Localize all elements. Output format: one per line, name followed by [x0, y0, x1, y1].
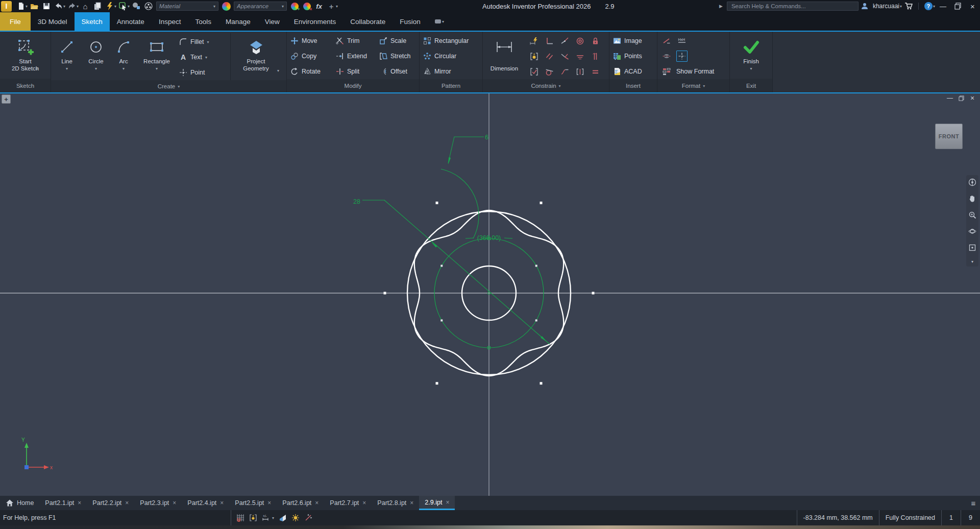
undo-caret[interactable]: ▾ [63, 4, 65, 9]
navigation-wheel-icon[interactable] [968, 178, 977, 187]
horizontal-constraint-button[interactable] [576, 52, 584, 61]
qat-customize-caret[interactable]: ▾ [336, 4, 338, 9]
construction-toggle[interactable] [661, 35, 672, 46]
doc-restore-button[interactable] [955, 93, 967, 103]
fillet-button[interactable]: Fillet▾ [177, 34, 230, 50]
doc-tab-part2-8[interactable]: Part2.8.ipt× [372, 496, 419, 510]
doc-tab-part2-6[interactable]: Part2.6.ipt× [277, 496, 324, 510]
close-tab-icon[interactable]: × [173, 499, 176, 507]
sketch-point[interactable] [436, 382, 438, 384]
text-caret[interactable]: ▾ [205, 55, 207, 60]
appearance-combo[interactable]: Appearance▾ [234, 2, 287, 11]
viewcube-front-face[interactable]: FRONT [939, 133, 959, 139]
auto-dimension-button[interactable] [530, 37, 538, 45]
user-menu-caret[interactable]: ▾ [900, 4, 902, 9]
dimension-text-6[interactable]: 6 [485, 134, 488, 141]
parallel-constraint-button[interactable] [545, 52, 554, 61]
trim-button[interactable]: Trim [334, 33, 377, 49]
search-expand-icon[interactable]: ▶ [719, 4, 723, 9]
tab-sketch[interactable]: Sketch [75, 12, 110, 31]
slice-graphics-toggle[interactable] [279, 514, 287, 522]
snap-grid-toggle[interactable] [236, 514, 244, 522]
start-2d-sketch-button[interactable]: Start 2D Sketch ▾ [12, 33, 39, 79]
dimension-display-toggle[interactable]: +/- [262, 514, 270, 522]
new-file-caret[interactable]: ▾ [26, 4, 28, 9]
appearance-combo-caret[interactable]: ▾ [282, 4, 284, 9]
extend-button[interactable]: Extend [334, 49, 377, 64]
zoom-icon[interactable] [968, 210, 977, 220]
collinear-constraint-button[interactable] [560, 52, 569, 61]
pan-hand-icon[interactable] [968, 194, 977, 203]
line-button[interactable]: Line▾ [53, 33, 81, 80]
move-button[interactable]: Move [288, 33, 334, 49]
arc-button[interactable]: Arc▾ [111, 33, 136, 80]
close-tab-icon[interactable]: × [410, 499, 413, 507]
split-button[interactable]: Split [334, 64, 377, 79]
tab-tools[interactable]: Tools [188, 12, 218, 31]
clear-appearance-icon[interactable]: × [301, 1, 313, 12]
scale-button[interactable]: Scale [377, 33, 418, 49]
parameters-fx-button[interactable]: fx [313, 1, 325, 12]
tab-collaborate[interactable]: Collaborate [343, 12, 393, 31]
assign-material-icon[interactable] [130, 1, 142, 12]
dim-28-arrow[interactable] [431, 242, 437, 248]
tangent-constraint-button[interactable] [545, 67, 554, 76]
navbar-more-caret[interactable]: ▾ [971, 259, 973, 264]
dimension-text-angle[interactable]: (360.00) [477, 234, 501, 242]
iproperties-button[interactable] [91, 1, 104, 12]
object-visibility-toggle[interactable] [291, 514, 300, 522]
open-button[interactable] [28, 1, 40, 12]
center-point-toggle[interactable] [676, 51, 688, 62]
rectangle-caret[interactable]: ▾ [156, 66, 158, 71]
tab-annotate[interactable]: Annotate [110, 12, 152, 31]
sketch-point[interactable] [384, 292, 386, 295]
degrees-of-freedom-toggle[interactable] [304, 514, 312, 522]
adjust-appearance-icon[interactable]: + [288, 1, 301, 12]
concentric-constraint-button[interactable] [576, 37, 584, 45]
text-button[interactable]: AText▾ [177, 50, 230, 65]
sketch-point[interactable] [540, 382, 543, 384]
ribbon-display-toggle[interactable]: ▾ [434, 12, 445, 31]
color-wheel-icon[interactable] [220, 1, 232, 12]
start-2d-sketch-caret[interactable]: ▾ [36, 67, 38, 71]
show-constraints-button[interactable] [530, 67, 538, 76]
circle-button[interactable]: Circle▾ [81, 33, 111, 80]
circle-caret[interactable]: ▾ [95, 66, 97, 71]
orbit-icon[interactable] [968, 227, 977, 236]
material-combo-caret[interactable]: ▾ [213, 4, 215, 9]
mirror-button[interactable]: Mirror [421, 64, 471, 79]
graphics-canvas[interactable]: 286(360.00) + — × FRONT ▾ Y x [0, 93, 980, 496]
tab-file[interactable]: File [0, 12, 31, 31]
rotate-button[interactable]: Rotate [288, 64, 334, 79]
coincident-constraint-button[interactable] [560, 37, 569, 45]
store-cart-icon[interactable] [902, 1, 915, 12]
tab-fusion[interactable]: Fusion [393, 12, 428, 31]
dimension-button[interactable]: Dimension [484, 33, 524, 79]
rectangle-button[interactable]: Rectangle▾ [136, 33, 177, 80]
driven-dimension-toggle[interactable]: HxH [676, 35, 688, 46]
copy-button[interactable]: Copy [288, 49, 334, 64]
tab-home[interactable]: Home [0, 496, 39, 510]
constraint-mark[interactable] [535, 265, 537, 267]
help-caret[interactable]: ▾ [933, 4, 935, 9]
dimension-display-caret[interactable]: ▾ [272, 516, 274, 520]
browser-expand-button[interactable]: + [2, 94, 11, 104]
project-geometry-caret[interactable]: ▾ [277, 68, 279, 73]
close-tab-icon[interactable]: × [362, 499, 366, 507]
close-tab-icon[interactable]: × [315, 499, 318, 507]
close-tab-icon[interactable]: × [78, 499, 81, 507]
doc-minimize-button[interactable]: — [944, 93, 955, 103]
rectangular-pattern-button[interactable]: Rectangular [421, 33, 471, 49]
tab-manage[interactable]: Manage [218, 12, 258, 31]
vertical-constraint-button[interactable] [591, 52, 600, 61]
constraint-settings-button[interactable] [530, 52, 538, 61]
constraint-mark[interactable] [440, 320, 443, 322]
close-tab-icon[interactable]: × [125, 499, 129, 507]
finish-sketch-button[interactable]: Finish ▾ [742, 33, 761, 79]
doc-tab-part2-4[interactable]: Part2.4.ipt× [182, 496, 229, 510]
minimize-button[interactable]: — [936, 0, 950, 12]
tab-3d-model[interactable]: 3D Model [31, 12, 75, 31]
dim-28-arrow[interactable] [541, 336, 547, 342]
insert-image-button[interactable]: Image [611, 33, 644, 49]
insert-acad-button[interactable]: ACAD [611, 64, 644, 79]
